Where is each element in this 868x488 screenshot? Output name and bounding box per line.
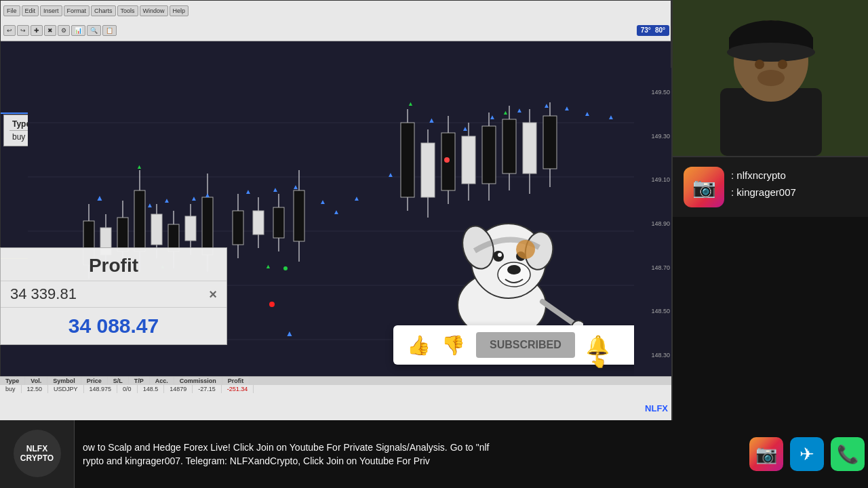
logo-circle: NLFX CRYPTO (14, 430, 61, 477)
row-type: buy (0, 385, 22, 393)
subscribed-button[interactable]: SUBSCRIBED (476, 332, 575, 358)
logo-line2: CRYPTO (20, 453, 54, 463)
svg-text:▲: ▲ (136, 163, 142, 170)
svg-text:▲: ▲ (292, 183, 299, 190)
svg-text:▲: ▲ (285, 329, 294, 338)
svg-text:▲: ▲ (462, 125, 469, 132)
trade-table-area: Type Vol. Symbol Price S/L T/P Acc. Comm… (0, 376, 671, 420)
toolbar-charts[interactable]: Charts (91, 5, 116, 16)
svg-rect-41 (502, 119, 516, 174)
col-vol: Vol. (25, 377, 47, 385)
svg-point-94 (755, 60, 764, 69)
svg-text:▲: ▲ (489, 113, 496, 121)
svg-rect-23 (233, 211, 243, 245)
svg-point-72 (269, 302, 275, 307)
col-price: Price (81, 377, 108, 385)
svg-text:▲: ▲ (428, 116, 435, 124)
like-button[interactable]: 👍 (407, 334, 431, 357)
svg-rect-43 (523, 123, 536, 174)
ticker-area: ow to Scalp and Hedge Forex Live! Click … (75, 441, 746, 468)
toolbar-icon-1[interactable]: ↩ (3, 25, 16, 36)
toolbar-icon-5[interactable]: ⚙ (58, 25, 70, 36)
toolbar-icon-6[interactable]: 📊 (71, 25, 85, 36)
svg-point-83 (498, 253, 502, 257)
svg-text:▲: ▲ (191, 195, 197, 202)
svg-text:▲: ▲ (96, 193, 104, 203)
toolbar: File Edit Insert Format Charts Tools Win… (1, 1, 671, 41)
toolbar-file[interactable]: File (3, 5, 20, 16)
col-commission: Commission (174, 377, 222, 385)
col-tp: T/P (129, 377, 150, 385)
svg-text:▲: ▲ (516, 106, 523, 114)
row-profit: -251.34 (222, 385, 254, 393)
svg-text:▲: ▲ (265, 263, 271, 270)
svg-point-73 (444, 157, 450, 163)
svg-rect-21 (202, 197, 213, 255)
svg-point-86 (516, 240, 535, 259)
toolbar-edit[interactable]: Edit (22, 5, 39, 16)
instagram-handle-1: : nlfxncrypto (731, 167, 796, 184)
temp-high: 73° (641, 26, 651, 35)
ticker-line-2: rypto and kingrager007. Telegram: NLFXan… (83, 454, 738, 468)
svg-text:▲: ▲ (502, 109, 509, 116)
close-profit-button[interactable]: × (209, 287, 217, 302)
svg-text:▲: ▲ (319, 198, 326, 205)
col-margin: Acc. (150, 377, 174, 385)
row-price: 148.975 (84, 385, 118, 393)
toolbar-tools[interactable]: Tools (117, 5, 138, 16)
bottom-bar: NLFX CRYPTO ow to Scalp and Hedge Forex … (0, 420, 868, 488)
svg-point-95 (778, 60, 787, 69)
toolbar-icon-4[interactable]: ✖ (44, 25, 56, 36)
toolbar-help[interactable]: Help (170, 5, 189, 16)
logo-block: NLFX CRYPTO (0, 420, 75, 488)
row-sl: 0/0 (117, 385, 138, 393)
whatsapp-icon: 📞 (837, 444, 859, 465)
svg-rect-25 (253, 211, 264, 235)
whatsapp-button[interactable]: 📞 (831, 437, 865, 471)
toolbar-icon-7[interactable]: 🔍 (87, 25, 101, 36)
toolbar-icon-3[interactable]: ✚ (31, 25, 43, 36)
ticker-line-1: ow to Scalp and Hedge Forex Live! Click … (83, 441, 738, 454)
toolbar-insert[interactable]: Insert (40, 5, 62, 16)
svg-rect-11 (117, 218, 128, 251)
bell-button[interactable]: 🔔 (586, 334, 610, 357)
svg-point-93 (727, 43, 815, 62)
row-vol: 12.50 (22, 385, 49, 393)
nlfx-label: NLFX (645, 403, 668, 413)
instagram-handle-2: : kingrager007 (731, 184, 796, 201)
col-sl: S/L (108, 377, 129, 385)
svg-text:▲: ▲ (272, 186, 279, 193)
svg-rect-19 (185, 216, 196, 241)
social-icons-bottom: 📷 ✈ 📞 (746, 420, 868, 488)
row-commission: -27.15 (193, 385, 222, 393)
toolbar-window[interactable]: Window (140, 5, 168, 16)
profit-total: 34 088.47 (1, 308, 226, 344)
row-tp: 148.5 (138, 385, 165, 393)
instagram-bottom-button[interactable]: 📷 (749, 437, 783, 471)
toolbar-icon-2[interactable]: ↪ (17, 25, 29, 36)
instagram-block: 📷 : nlfxncrypto : kingrager007 (673, 156, 868, 217)
svg-text:▲: ▲ (387, 171, 394, 178)
svg-text:▲: ▲ (333, 208, 340, 216)
row-margin: 14879 (164, 385, 193, 393)
toolbar-icon-8[interactable]: 📋 (102, 25, 117, 36)
svg-text:▲: ▲ (146, 201, 153, 209)
svg-text:▲: ▲ (584, 110, 591, 117)
svg-text:▲: ▲ (564, 104, 570, 112)
col-symbol: Symbol (47, 377, 81, 385)
profit-label: Profit (1, 248, 226, 281)
telegram-button[interactable]: ✈ (790, 437, 824, 471)
svg-text:▲: ▲ (608, 113, 614, 121)
svg-rect-29 (294, 190, 304, 241)
svg-text:▲: ▲ (353, 195, 360, 202)
svg-rect-45 (543, 116, 557, 169)
col-profit: Profit (222, 377, 250, 385)
dog-cartoon (420, 183, 583, 346)
toolbar-format[interactable]: Format (64, 5, 90, 16)
row-symbol: USDJPY (48, 385, 84, 393)
person-svg (673, 0, 868, 156)
svg-rect-39 (482, 126, 496, 184)
instagram-bottom-icon: 📷 (755, 444, 777, 465)
dislike-button[interactable]: 👎 (441, 334, 465, 357)
svg-rect-37 (462, 136, 475, 184)
